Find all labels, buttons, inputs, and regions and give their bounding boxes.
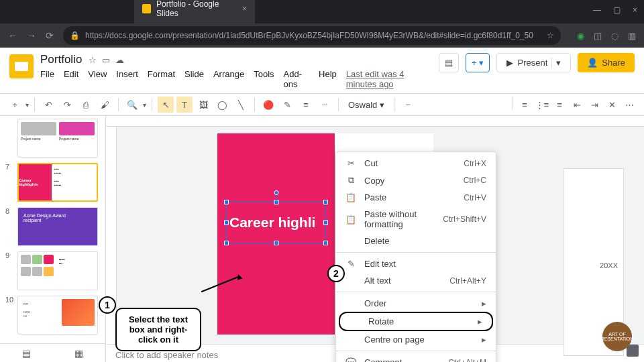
cloud-icon[interactable]: ☁ [115, 55, 124, 65]
clipboard-icon: 📋 [345, 192, 356, 202]
last-edit-link[interactable]: Last edit was 4 minutes ago [346, 69, 432, 89]
browser-tab[interactable]: Portfolio - Google Slides × [134, 0, 255, 23]
grid-view-icon[interactable]: ▦ [74, 348, 83, 359]
extension-icon[interactable]: ◫ [594, 31, 602, 41]
menu-help[interactable]: Help [319, 69, 337, 89]
ctx-comment[interactable]: 💬CommentCtrl+Alt+M [336, 354, 496, 362]
indent-decrease-button[interactable]: ⇤ [569, 97, 585, 113]
comment-icon: ▤ [445, 58, 453, 68]
window-maximize-icon[interactable]: ▢ [613, 5, 621, 15]
ctx-paste[interactable]: 📋PasteCtrl+V [336, 189, 496, 206]
present-button[interactable]: ▶ Present ▾ [496, 53, 571, 72]
zoom-button[interactable]: 🔍 [124, 97, 140, 113]
nav-reload-icon[interactable]: ⟳ [46, 30, 54, 41]
menu-edit[interactable]: Edit [64, 69, 78, 89]
window-close-icon[interactable]: × [633, 5, 637, 15]
view-switcher: ▤ ▦ [0, 343, 106, 362]
slides-favicon [142, 4, 151, 13]
fill-color-button[interactable]: 🔴 [260, 97, 276, 113]
resize-handle[interactable] [323, 221, 328, 225]
resize-handle[interactable] [323, 200, 328, 204]
rotation-handle[interactable] [274, 190, 278, 195]
address-bar[interactable]: 🔒 https://docs.google.com/presentation/d… [63, 26, 561, 45]
slide-thumbnail-selected[interactable]: Career highlights▪▪▪▪▪▪▪▪▪▪▪▪▪▪▪▪▪▪▪▪ [17, 163, 98, 202]
checklist-button[interactable]: ≡ [551, 97, 568, 113]
ctx-copy[interactable]: ⧉CopyCtrl+C [336, 172, 496, 189]
select-tool-button[interactable]: ↖ [158, 97, 174, 113]
ctx-delete[interactable]: Delete [336, 233, 496, 249]
slide-thumbnails-panel: Project nameProject name 7Career highlig… [0, 116, 106, 362]
clear-format-button[interactable]: ✕ [604, 97, 620, 113]
menu-format[interactable]: Format [148, 69, 175, 89]
document-title[interactable]: Portfolio [40, 53, 82, 66]
slide-thumbnail[interactable]: ▪▪▪▪▪▪▪▪▪▪▪▪▪ [17, 296, 98, 335]
menu-addons[interactable]: Add-ons [284, 69, 310, 89]
menu-arrange[interactable]: Arrange [213, 69, 244, 89]
scissors-icon: ✂ [345, 158, 356, 168]
line-tool-button[interactable]: ╲ [233, 97, 249, 113]
paint-format-button[interactable]: 🖌 [97, 97, 113, 113]
annotation-step-1-badge: 1 [99, 296, 116, 314]
menu-slide[interactable]: Slide [184, 69, 204, 89]
move-icon[interactable]: ▭ [102, 55, 110, 65]
border-weight-button[interactable]: ≡ [298, 97, 314, 113]
textbox-tool-button[interactable]: T [176, 97, 193, 113]
new-slide-button[interactable]: + [7, 97, 23, 113]
toolbar: +▾ ↶ ↷ ⎙ 🖌 🔍▾ ↖ T 🖼 ◯ ╲ 🔴 ✎ ≡ ┄ Oswald▾ … [0, 93, 644, 116]
menu-view[interactable]: View [88, 69, 107, 89]
ctx-order[interactable]: Order▸ [336, 295, 496, 312]
annotation-step-1-callout: Select the text box and right-click on i… [115, 308, 201, 351]
nav-forward-icon[interactable]: → [27, 30, 36, 41]
print-button[interactable]: ⎙ [78, 97, 94, 113]
comment-icon: 💬 [345, 357, 356, 362]
window-minimize-icon[interactable]: — [593, 5, 601, 15]
more-button[interactable]: ⋯ [621, 97, 637, 113]
resize-handle[interactable] [274, 241, 278, 245]
indent-increase-button[interactable]: ⇥ [586, 97, 602, 113]
bulleted-list-button[interactable]: ≡ [517, 97, 533, 113]
extension-icon[interactable]: ▥ [628, 31, 636, 41]
slide-thumbnail[interactable]: Project nameProject name [17, 119, 98, 158]
resize-handle[interactable] [224, 200, 229, 204]
slide-thumbnail[interactable]: Acme Design Awardrecipient [17, 207, 98, 246]
ctx-alt-text[interactable]: Alt textCtrl+Alt+Y [336, 272, 496, 289]
add-to-slides-button[interactable]: +▾ [466, 53, 490, 72]
ctx-centre-on-page[interactable]: Centre on page▸ [336, 331, 496, 348]
shape-tool-button[interactable]: ◯ [214, 97, 230, 113]
horizontal-ruler [106, 116, 644, 127]
tab-close-icon[interactable]: × [242, 4, 247, 13]
resize-handle[interactable] [224, 241, 229, 245]
star-icon[interactable]: ☆ [89, 55, 97, 65]
watermark-logo: ART OF PRESENTATIONS [602, 322, 632, 351]
feedback-icon[interactable] [627, 345, 639, 357]
image-tool-button[interactable]: 🖼 [195, 97, 211, 113]
share-button[interactable]: 👤 Share [578, 53, 635, 72]
google-slides-logo[interactable] [9, 54, 34, 78]
border-dash-button[interactable]: ┄ [317, 97, 333, 113]
redo-button[interactable]: ↷ [59, 97, 75, 113]
ctx-edit-text[interactable]: ✎Edit text [336, 255, 496, 272]
edit-icon: ✎ [345, 259, 356, 269]
extension-icon[interactable]: ◉ [577, 31, 584, 41]
nav-back-icon[interactable]: ← [8, 30, 17, 41]
menu-tools[interactable]: Tools [254, 69, 274, 89]
border-color-button[interactable]: ✎ [279, 97, 295, 113]
extension-icon[interactable]: ◌ [611, 31, 619, 41]
resize-handle[interactable] [274, 200, 278, 204]
filmstrip-view-icon[interactable]: ▤ [22, 348, 31, 359]
font-selector[interactable]: Oswald▾ [344, 100, 388, 110]
selected-textbox[interactable]: Career highli [226, 202, 326, 243]
bookmark-star-icon[interactable]: ☆ [547, 31, 554, 40]
resize-handle[interactable] [323, 241, 328, 245]
ctx-paste-without-formatting[interactable]: 📋Paste without formattingCtrl+Shift+V [336, 206, 496, 233]
ctx-cut[interactable]: ✂CutCtrl+X [336, 155, 496, 172]
resize-handle[interactable] [224, 221, 229, 225]
numbered-list-button[interactable]: ⋮≡ [534, 97, 550, 113]
menu-file[interactable]: File [40, 69, 54, 89]
menu-insert[interactable]: Insert [116, 69, 138, 89]
comment-history-button[interactable]: ▤ [439, 53, 459, 72]
ctx-rotate[interactable]: Rotate▸ [339, 312, 493, 331]
slide-thumbnail[interactable]: ▪▪▪▪▪▪▪▪ [17, 251, 98, 290]
font-size-decrease[interactable]: − [400, 97, 416, 113]
undo-button[interactable]: ↶ [40, 97, 56, 113]
